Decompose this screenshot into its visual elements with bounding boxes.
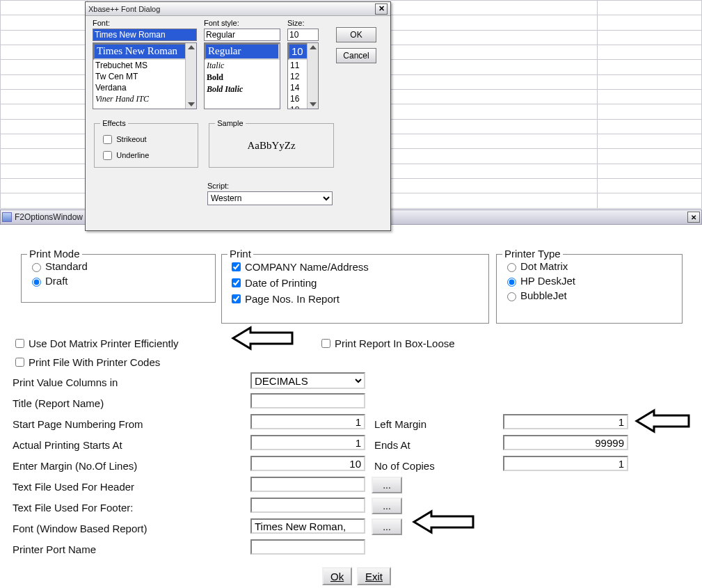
copies-label: No of Copies xyxy=(374,460,435,472)
strikeout-checkbox[interactable] xyxy=(103,135,112,144)
print-group: Print COMPANY Name/Address Date of Print… xyxy=(221,254,489,324)
exit-button[interactable]: Exit xyxy=(357,567,391,585)
use-dotmatrix-efficiently-checkbox[interactable] xyxy=(15,339,24,348)
ok-button[interactable]: Ok xyxy=(322,567,352,585)
value-columns-select[interactable]: DECIMALS xyxy=(250,372,365,389)
print-date-check[interactable]: Date of Printing xyxy=(229,276,481,289)
style-listbox[interactable]: Regular Italic Bold Bold Italic xyxy=(204,42,280,109)
size-listbox[interactable]: 10 11 12 14 16 18 20 xyxy=(287,42,319,109)
font-dialog-ok-button[interactable]: OK xyxy=(336,27,376,42)
header-input[interactable] xyxy=(250,477,365,492)
printer-type-group: Printer Type Dot Matrix HP DeskJet Bubbl… xyxy=(496,254,683,324)
svg-marker-2 xyxy=(637,411,689,431)
print-company-check[interactable]: COMPANY Name/Address xyxy=(229,260,481,273)
font-input[interactable] xyxy=(93,29,197,41)
svg-marker-0 xyxy=(233,328,292,349)
print-mode-draft[interactable]: Draft xyxy=(29,275,208,287)
underline-check[interactable]: Underline xyxy=(100,149,192,162)
footer-input[interactable] xyxy=(250,498,365,513)
font-list-item[interactable]: Viner Hand ITC xyxy=(93,93,196,105)
actualprint-input[interactable] xyxy=(250,435,365,450)
footer-browse-button[interactable]: ... xyxy=(372,498,402,514)
print-pagenos-checkbox[interactable] xyxy=(232,294,241,303)
footer-label: Text File Used For Footer: xyxy=(13,502,133,514)
svg-marker-1 xyxy=(414,511,473,532)
strikeout-label: Strikeout xyxy=(116,135,146,143)
print-company-checkbox[interactable] xyxy=(232,262,241,271)
style-list-item[interactable]: Bold xyxy=(205,72,280,84)
value-columns-label: Print Value Columns in xyxy=(13,376,118,388)
endsat-label: Ends At xyxy=(374,439,410,451)
font-dialog: Xbase++ Font Dialog ✕ Font: Font style: … xyxy=(85,1,391,231)
print-mode-group: Print Mode Standard Draft xyxy=(21,254,216,303)
scrollbar[interactable] xyxy=(307,43,318,109)
options-window-close-button[interactable]: ✕ xyxy=(687,212,700,223)
font-dialog-titlebar: Xbase++ Font Dialog ✕ xyxy=(86,2,390,16)
script-select[interactable]: Western xyxy=(207,191,333,205)
title-input[interactable] xyxy=(250,393,365,408)
title-label: Title (Report Name) xyxy=(13,397,104,409)
font-dialog-title: Xbase++ Font Dialog xyxy=(88,5,375,13)
scrollbar[interactable] xyxy=(185,43,196,109)
font-dialog-cancel-button[interactable]: Cancel xyxy=(336,48,376,63)
underline-checkbox[interactable] xyxy=(103,151,112,160)
print-with-codes-label: Print File With Printer Codes xyxy=(29,356,160,368)
printer-dotmatrix-radio[interactable] xyxy=(507,263,516,272)
style-list-item[interactable]: Bold Italic xyxy=(205,84,280,95)
font-input[interactable] xyxy=(250,518,365,534)
print-mode-standard-radio[interactable] xyxy=(32,263,41,272)
use-dotmatrix-efficiently-label: Use Dot Matrix Printer Efficiently xyxy=(29,337,179,349)
font-listbox[interactable]: Times New Roman Trebuchet MS Tw Cen MT V… xyxy=(93,42,197,109)
margin-label: Enter Margin (No.Of Lines) xyxy=(13,460,137,472)
style-list-item[interactable]: Regular xyxy=(205,43,280,60)
style-input[interactable] xyxy=(204,29,280,41)
print-mode-standard-label: Standard xyxy=(45,260,88,272)
style-column-label: Font style: xyxy=(204,19,239,27)
endsat-input[interactable] xyxy=(503,435,628,450)
sample-group: Sample AaBbYyZz xyxy=(209,119,334,168)
style-list-item[interactable]: Italic xyxy=(205,60,280,72)
print-box-loose-checkbox[interactable] xyxy=(321,339,330,348)
effects-legend: Effects xyxy=(100,119,127,127)
print-pagenos-check[interactable]: Page Nos. In Report xyxy=(229,292,481,305)
print-with-codes[interactable]: Print File With Printer Codes xyxy=(13,356,160,369)
header-label: Text File Used For Header xyxy=(13,481,134,493)
printer-hpdeskjet-label: HP DeskJet xyxy=(520,275,575,287)
window-icon xyxy=(2,212,12,222)
copies-input[interactable] xyxy=(503,456,628,471)
use-dotmatrix-efficiently[interactable]: Use Dot Matrix Printer Efficiently xyxy=(13,337,179,350)
font-list-item[interactable]: Trebuchet MS xyxy=(93,60,196,71)
printer-hpdeskjet-radio[interactable] xyxy=(507,278,516,287)
print-date-label: Date of Printing xyxy=(245,277,317,289)
printer-bubblejet[interactable]: BubbleJet xyxy=(504,289,675,301)
annotation-arrow-left-icon xyxy=(230,324,299,352)
header-browse-button[interactable]: ... xyxy=(372,477,402,493)
print-legend: Print xyxy=(228,248,253,260)
print-box-loose[interactable]: Print Report In Box-Loose xyxy=(319,337,455,350)
port-input[interactable] xyxy=(250,539,365,555)
print-mode-draft-label: Draft xyxy=(45,275,68,287)
size-input[interactable] xyxy=(287,29,319,41)
margin-input[interactable] xyxy=(250,456,365,471)
print-date-checkbox[interactable] xyxy=(232,278,241,287)
close-icon: ✕ xyxy=(378,4,385,13)
font-list-item[interactable]: Times New Roman xyxy=(93,43,196,60)
sample-text: AaBbYyZz xyxy=(215,130,328,162)
strikeout-check[interactable]: Strikeout xyxy=(100,133,192,146)
printer-bubblejet-radio[interactable] xyxy=(507,292,516,301)
font-browse-button[interactable]: ... xyxy=(372,518,402,535)
print-mode-draft-radio[interactable] xyxy=(32,278,41,287)
printer-dotmatrix[interactable]: Dot Matrix xyxy=(504,260,675,272)
annotation-arrow-left-icon xyxy=(633,407,696,435)
printer-hpdeskjet[interactable]: HP DeskJet xyxy=(504,275,675,287)
leftmargin-label: Left Margin xyxy=(374,418,426,430)
print-mode-standard[interactable]: Standard xyxy=(29,260,208,272)
font-label: Font (Window Based Report) xyxy=(13,523,147,534)
font-list-item[interactable]: Verdana xyxy=(93,82,196,93)
print-with-codes-checkbox[interactable] xyxy=(15,358,24,367)
font-list-item[interactable]: Tw Cen MT xyxy=(93,71,196,82)
font-dialog-close-button[interactable]: ✕ xyxy=(375,3,388,15)
leftmargin-input[interactable] xyxy=(503,414,628,429)
startpage-input[interactable] xyxy=(250,414,365,429)
size-column-label: Size: xyxy=(287,19,304,27)
